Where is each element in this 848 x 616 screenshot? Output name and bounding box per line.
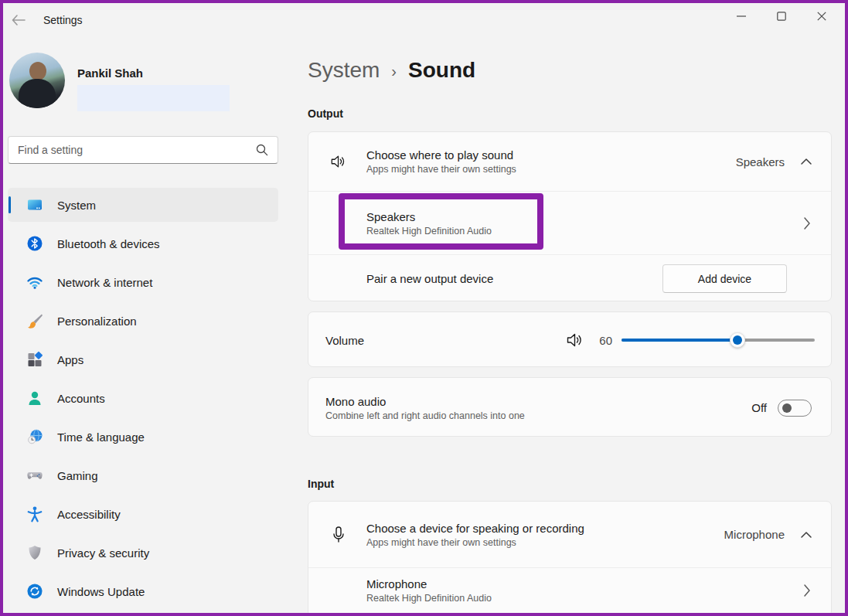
microphone-icon bbox=[330, 526, 347, 544]
system-icon bbox=[26, 196, 43, 213]
volume-slider[interactable] bbox=[622, 332, 815, 349]
sidebar-item-bluetooth-devices[interactable]: Bluetooth & devices bbox=[8, 226, 278, 260]
pair-device-label: Pair a new output device bbox=[366, 272, 493, 285]
avatar-photo bbox=[29, 62, 46, 80]
breadcrumb-separator: › bbox=[391, 61, 397, 80]
sidebar-item-label: Bluetooth & devices bbox=[57, 237, 160, 250]
search-input[interactable] bbox=[9, 144, 256, 156]
speakers-row-subtitle: Realtek High Definition Audio bbox=[366, 226, 492, 237]
sidebar-item-personalization[interactable]: Personalization bbox=[8, 304, 278, 338]
back-arrow-icon[interactable] bbox=[8, 11, 29, 29]
microphone-row-title: Microphone bbox=[366, 577, 492, 590]
time-language-icon bbox=[26, 428, 43, 445]
add-device-button[interactable]: Add device bbox=[662, 264, 787, 293]
volume-slider-thumb[interactable] bbox=[730, 332, 745, 348]
sidebar-item-label: Windows Update bbox=[57, 585, 145, 598]
mono-audio-card: Mono audio Combine left and right audio … bbox=[308, 377, 832, 437]
personalization-icon bbox=[26, 312, 43, 329]
volume-label: Volume bbox=[325, 334, 364, 347]
volume-speaker-icon[interactable] bbox=[566, 332, 584, 349]
input-section-label: Input bbox=[308, 478, 334, 490]
microphone-device-row[interactable]: Microphone Realtek High Definition Audio bbox=[308, 567, 831, 616]
sidebar-item-label: Apps bbox=[57, 353, 83, 366]
settings-window: Settings Pankil Shah bbox=[0, 0, 848, 616]
sidebar-item-windows-update[interactable]: Windows Update bbox=[8, 574, 278, 608]
choose-play-device-row[interactable]: Choose where to play sound Apps might ha… bbox=[308, 132, 831, 191]
profile-email-redacted bbox=[77, 85, 230, 111]
play-device-title: Choose where to play sound bbox=[366, 148, 516, 162]
sidebar-item-privacy-security[interactable]: Privacy & security bbox=[8, 536, 278, 570]
chevron-right-icon bbox=[803, 584, 811, 597]
sidebar-item-label: Personalization bbox=[57, 315, 137, 328]
record-device-value: Microphone bbox=[724, 528, 785, 541]
sidebar-item-accessibility[interactable]: Accessibility bbox=[8, 497, 278, 531]
sidebar-item-label: Network & internet bbox=[57, 276, 152, 289]
microphone-row-subtitle: Realtek High Definition Audio bbox=[366, 593, 492, 604]
privacy-shield-icon bbox=[26, 544, 43, 561]
breadcrumb-system[interactable]: System bbox=[308, 58, 380, 83]
speakers-row-title: Speakers bbox=[366, 210, 492, 223]
speakers-device-row[interactable]: Speakers Realtek High Definition Audio bbox=[308, 191, 831, 254]
chevron-up-icon[interactable] bbox=[800, 531, 812, 539]
output-device-card: Choose where to play sound Apps might ha… bbox=[308, 131, 832, 301]
sidebar-item-accounts[interactable]: Accounts bbox=[8, 381, 278, 415]
volume-card: Volume 60 bbox=[308, 311, 832, 367]
window-title: Settings bbox=[43, 14, 83, 26]
sidebar-item-time-language[interactable]: Time & language bbox=[8, 420, 278, 454]
record-device-title: Choose a device for speaking or recordin… bbox=[366, 522, 584, 535]
sidebar-item-label: System bbox=[57, 199, 96, 212]
volume-value: 60 bbox=[595, 334, 612, 347]
gaming-icon bbox=[26, 467, 43, 484]
maximize-icon[interactable] bbox=[761, 3, 802, 29]
sidebar-item-apps[interactable]: Apps bbox=[8, 342, 278, 376]
windows-update-icon bbox=[26, 583, 43, 600]
mono-audio-subtitle: Combine left and right audio channels in… bbox=[325, 410, 525, 421]
sidebar-item-system[interactable]: System bbox=[8, 188, 278, 222]
play-device-subtitle: Apps might have their own settings bbox=[366, 164, 516, 175]
apps-icon bbox=[26, 351, 43, 368]
pair-output-device-row: Pair a new output device Add device bbox=[308, 254, 831, 301]
sidebar-item-label: Accessibility bbox=[57, 508, 121, 521]
chevron-right-icon bbox=[803, 216, 811, 230]
sidebar-item-label: Gaming bbox=[57, 469, 98, 482]
sidebar-item-label: Time & language bbox=[57, 431, 145, 444]
sidebar-item-label: Accounts bbox=[57, 392, 105, 405]
profile-name: Pankil Shah bbox=[77, 66, 143, 80]
mono-audio-toggle[interactable] bbox=[778, 400, 812, 417]
search-icon bbox=[256, 144, 268, 156]
sidebar-item-label: Privacy & security bbox=[57, 546, 149, 560]
play-device-value: Speakers bbox=[736, 155, 785, 168]
search-box[interactable] bbox=[8, 136, 278, 164]
page-title: Sound bbox=[408, 58, 475, 83]
network-icon bbox=[26, 274, 43, 291]
window-controls bbox=[721, 3, 842, 29]
sidebar-nav: System Bluetooth & devices Network & bbox=[8, 188, 278, 613]
output-section-label: Output bbox=[308, 107, 343, 120]
chevron-up-icon[interactable] bbox=[800, 158, 812, 165]
sidebar-item-gaming[interactable]: Gaming bbox=[8, 458, 278, 492]
breadcrumb: System › Sound bbox=[308, 54, 475, 87]
input-device-card: Choose a device for speaking or recordin… bbox=[308, 501, 832, 616]
speaker-icon bbox=[330, 153, 347, 170]
close-icon[interactable] bbox=[802, 3, 842, 29]
titlebar: Settings bbox=[0, 0, 848, 32]
accessibility-icon bbox=[26, 505, 43, 522]
avatar[interactable] bbox=[9, 53, 65, 108]
bluetooth-icon bbox=[26, 235, 43, 252]
mono-audio-title: Mono audio bbox=[325, 395, 525, 408]
sidebar-item-network-internet[interactable]: Network & internet bbox=[8, 265, 278, 299]
mono-audio-state: Off bbox=[751, 401, 767, 414]
volume-slider-fill bbox=[622, 339, 737, 342]
record-device-subtitle: Apps might have their own settings bbox=[366, 537, 584, 548]
choose-record-device-row[interactable]: Choose a device for speaking or recordin… bbox=[308, 502, 831, 567]
accounts-icon bbox=[26, 390, 43, 407]
minimize-icon[interactable] bbox=[721, 3, 761, 29]
